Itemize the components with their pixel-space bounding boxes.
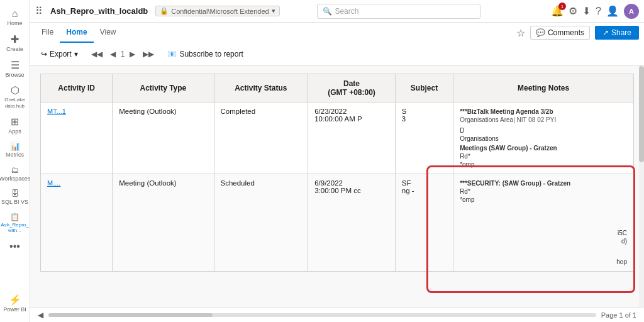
lock-icon: 🔒 <box>160 7 169 15</box>
report-inner: Activity ID Activity Type Activity Statu… <box>30 66 644 279</box>
cell-activity-type-1: Meeting (Outlook) <box>113 103 214 174</box>
cell-activity-id-1: MT...1 <box>41 103 113 174</box>
nav-ash-label: Ash_Repro_with... <box>1 222 28 234</box>
scroll-left-button[interactable]: ◀ <box>38 311 43 319</box>
onelake-icon: ⬡ <box>11 86 19 96</box>
cell-activity-status-2: Scheduled <box>214 174 308 272</box>
sqlbi-icon: 🗄 <box>11 190 19 197</box>
page-nav: ◀◀ ◀ 1 ▶ ▶▶ <box>89 48 157 60</box>
tab-home[interactable]: Home <box>60 23 93 43</box>
nav-browse-label: Browse <box>5 72 24 79</box>
first-page-button[interactable]: ◀◀ <box>89 48 105 60</box>
nav-workspaces[interactable]: 🗂 Workspaces <box>0 162 30 186</box>
vertical-scroll-thumb[interactable] <box>639 66 644 162</box>
workspaces-icon: 🗂 <box>11 166 19 174</box>
powerbi-icon: ⚡ <box>9 295 21 305</box>
more-icon: ••• <box>9 242 20 252</box>
col-activity-status: Activity Status <box>214 74 308 103</box>
report-area[interactable]: Activity ID Activity Type Activity Statu… <box>30 66 644 307</box>
ribbon: File Home View ☆ 💬 Comments ↗ Share <box>30 23 644 66</box>
metrics-icon: 📊 <box>10 142 20 150</box>
search-box[interactable]: 🔍 Search <box>317 4 480 19</box>
nav-create[interactable]: ✚ Create <box>0 31 30 57</box>
ribbon-actions: ↪ Export ▾ ◀◀ ◀ 1 ▶ ▶▶ 📧 Subscribe to re… <box>30 43 644 65</box>
nav-apps[interactable]: ⊞ Apps <box>0 113 30 139</box>
avatar-initials: A <box>629 8 634 15</box>
browse-icon: ☰ <box>11 60 19 70</box>
nav-home-label: Home <box>7 20 22 27</box>
top-right-icons: 🔔 1 ⚙ ⬇ ? 👤 A <box>551 4 639 19</box>
download-icon[interactable]: ⬇ <box>582 5 591 17</box>
bell-icon[interactable]: 🔔 1 <box>551 5 564 17</box>
nav-onelake[interactable]: ⬡ OneLakedata hub <box>0 82 30 113</box>
share-button[interactable]: ↗ Share <box>595 26 639 40</box>
cell-date-2: 6/9/20223:00:00 PM cc <box>308 174 396 272</box>
ash-icon: 📋 <box>10 213 19 221</box>
col-activity-type: Activity Type <box>113 74 214 103</box>
prev-page-button[interactable]: ◀ <box>108 48 118 60</box>
help-icon[interactable]: ? <box>596 6 601 17</box>
grid-dots-icon[interactable]: ⠿ <box>35 5 43 17</box>
table-row: MT...1 Meeting (Outlook) Completed 6/23/… <box>41 103 634 174</box>
nav-onelake-label: OneLakedata hub <box>4 97 25 109</box>
nav-create-label: Create <box>6 46 23 53</box>
share-label: Share <box>611 28 631 37</box>
meeting-notes-content-2: ***SECURITY: (SAW Group) - Gratzen Rd* *… <box>460 179 627 266</box>
share-person-icon[interactable]: 👤 <box>606 5 619 17</box>
home-icon: ⌂ <box>12 9 18 19</box>
nav-home[interactable]: ⌂ Home <box>0 5 30 31</box>
main-content: File Home View ☆ 💬 Comments ↗ Share <box>30 23 644 322</box>
col-date: Date(GMT +08:00) <box>308 74 396 103</box>
export-chevron: ▾ <box>74 50 78 58</box>
export-icon: ↪ <box>41 50 47 58</box>
settings-icon[interactable]: ⚙ <box>569 5 577 17</box>
nav-powerbi[interactable]: ⚡ Power BI <box>0 291 30 317</box>
comments-button[interactable]: 💬 Comments <box>530 26 590 40</box>
top-bar: ⠿ Ash_Repro_with_localdb 🔒 Confidential\… <box>30 0 644 23</box>
nav-rail: ⌂ Home ✚ Create ☰ Browse ⬡ OneLakedata h… <box>0 0 30 322</box>
sensitivity-badge[interactable]: 🔒 Confidential\Microsoft Extended ▾ <box>155 6 279 16</box>
nav-apps-label: Apps <box>8 128 21 135</box>
tab-file[interactable]: File <box>35 23 60 43</box>
file-name: Ash_Repro_with_localdb <box>50 6 148 16</box>
cell-date-1: 6/23/202210:00:00 AM P <box>308 103 396 174</box>
cell-subject-2: SFng - <box>395 174 453 272</box>
cell-meeting-notes-2: ***SECURITY: (SAW Group) - Gratzen Rd* *… <box>453 174 634 272</box>
share-icon: ↗ <box>602 28 609 37</box>
next-page-button[interactable]: ▶ <box>127 48 138 60</box>
col-activity-id: Activity ID <box>41 74 113 103</box>
cell-activity-id-2: M.... <box>41 174 113 272</box>
nav-ash[interactable]: 📋 Ash_Repro_with... <box>0 209 30 238</box>
comments-label: Comments <box>548 28 584 37</box>
apps-icon: ⊞ <box>11 117 19 127</box>
nav-sqlbi[interactable]: 🗄 SQL BI VS <box>0 186 30 209</box>
horizontal-scrollbar[interactable] <box>48 313 596 317</box>
search-placeholder: Search <box>335 7 358 16</box>
subscribe-icon: 📧 <box>167 50 177 58</box>
nav-more[interactable]: ••• <box>0 238 30 255</box>
nav-browse[interactable]: ☰ Browse <box>0 57 30 82</box>
horizontal-scroll-thumb[interactable] <box>48 313 213 317</box>
ribbon-right-actions: ☆ 💬 Comments ↗ Share <box>516 26 639 40</box>
export-label: Export <box>50 50 72 58</box>
search-icon: 🔍 <box>323 7 332 16</box>
avatar[interactable]: A <box>624 4 639 19</box>
vertical-scrollbar[interactable] <box>639 66 644 307</box>
tab-view[interactable]: View <box>94 23 123 43</box>
nav-sqlbi-label: SQL BI VS <box>1 199 28 206</box>
subscribe-button[interactable]: 📧 Subscribe to report <box>162 47 248 61</box>
table-row: M.... Meeting (Outlook) Scheduled 6/9/20… <box>41 174 634 272</box>
subscribe-label: Subscribe to report <box>179 50 243 58</box>
activity-id-link-2[interactable]: M.... <box>47 179 60 187</box>
star-icon[interactable]: ☆ <box>516 27 525 39</box>
last-page-button[interactable]: ▶▶ <box>140 48 157 60</box>
comment-icon: 💬 <box>536 28 545 37</box>
page-number: 1 <box>121 50 125 58</box>
col-meeting-notes: Meeting Notes <box>453 74 634 103</box>
nav-metrics[interactable]: 📊 Metrics <box>0 138 30 162</box>
nav-metrics-label: Metrics <box>6 152 24 158</box>
data-table: Activity ID Activity Type Activity Statu… <box>40 74 634 272</box>
create-icon: ✚ <box>11 35 19 45</box>
export-button[interactable]: ↪ Export ▾ <box>35 47 84 61</box>
activity-id-link-1[interactable]: MT...1 <box>47 108 66 115</box>
